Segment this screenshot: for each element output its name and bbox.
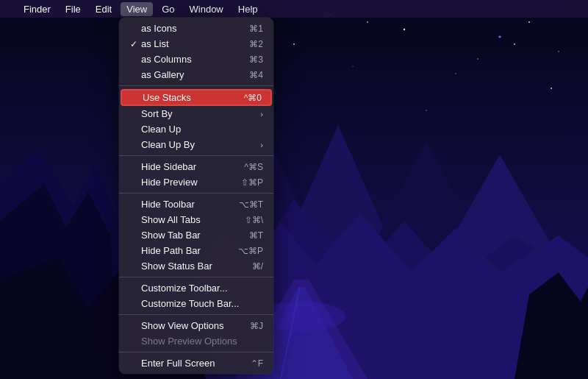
label-show-status-bar: Show Status Bar [141,261,212,272]
menu-item-as-list[interactable]: ✓ as List ⌘2 [119,36,273,52]
menu-item-hide-sidebar[interactable]: Hide Sidebar ^⌘S [119,159,273,174]
svg-point-27 [499,36,501,38]
label-hide-sidebar: Hide Sidebar [141,161,196,172]
menu-item-enter-full-screen[interactable]: Enter Full Screen ⌃F [119,355,273,371]
shortcut-hide-preview: ⇧⌘P [241,177,263,188]
menu-item-clean-up-by[interactable]: Clean Up By › [119,137,273,152]
svg-point-9 [426,110,426,110]
label-customize-touch-bar: Customize Touch Bar... [141,298,239,309]
menu-item-show-tab-bar[interactable]: Show Tab Bar ⌘T [119,227,273,243]
view-menu-item[interactable]: View [121,2,153,16]
menu-item-clean-up[interactable]: Clean Up [119,121,273,137]
separator-3 [119,193,273,194]
apple-menu-item[interactable] [6,7,15,10]
menu-item-customize-toolbar[interactable]: Customize Toolbar... [119,280,273,296]
svg-point-10 [551,88,552,89]
desktop-background [0,0,588,379]
svg-point-28 [528,21,530,23]
label-sort-by: Sort By [141,108,173,119]
shortcut-as-columns: ⌘3 [249,54,263,65]
help-menu-item[interactable]: Help [232,2,264,16]
shortcut-as-gallery: ⌘4 [249,70,263,80]
shortcut-show-status-bar: ⌘/ [252,261,263,272]
menu-item-use-stacks[interactable]: Use Stacks ^⌘0 [121,89,272,106]
arrow-sort-by: › [260,110,263,118]
go-menu-item[interactable]: Go [156,2,180,16]
label-clean-up: Clean Up [141,124,181,135]
label-show-preview-options: Show Preview Options [141,336,237,347]
label-as-list: as List [141,38,169,49]
shortcut-show-tab-bar: ⌘T [249,230,263,241]
menu-item-hide-preview[interactable]: Hide Preview ⇧⌘P [119,174,273,190]
window-menu-item[interactable]: Window [184,2,229,16]
shortcut-show-all-tabs: ⇧⌘\ [245,215,263,225]
menu-item-as-columns[interactable]: as Columns ⌘3 [119,52,273,67]
shortcut-hide-sidebar: ^⌘S [244,162,263,172]
label-hide-preview: Hide Preview [141,177,198,188]
label-as-gallery: as Gallery [141,69,184,80]
menu-item-show-preview-options[interactable]: Show Preview Options [119,333,273,349]
edit-menu-item[interactable]: Edit [90,2,118,16]
menu-item-show-status-bar[interactable]: Show Status Bar ⌘/ [119,258,273,274]
arrow-clean-up-by: › [260,141,263,149]
svg-point-4 [367,21,368,23]
finder-menu-item[interactable]: Finder [18,2,57,16]
file-menu-item[interactable]: File [60,2,87,16]
separator-4 [119,277,273,277]
shortcut-hide-path-bar: ⌥⌘P [238,246,263,256]
svg-point-3 [477,58,478,60]
label-as-icons: as Icons [141,23,176,34]
shortcut-show-view-options: ⌘J [250,321,263,331]
shortcut-use-stacks: ^⌘0 [244,93,262,103]
menu-item-as-icons[interactable]: as Icons ⌘1 [119,21,273,36]
label-show-all-tabs: Show All Tabs [141,214,201,225]
label-customize-toolbar: Customize Toolbar... [141,283,228,294]
check-as-list: ✓ [129,39,138,49]
shortcut-enter-full-screen: ⌃F [251,358,263,369]
separator-1 [119,85,273,86]
menu-item-hide-path-bar[interactable]: Hide Path Bar ⌥⌘P [119,243,273,258]
menu-item-sort-by[interactable]: Sort By › [119,106,273,121]
label-show-tab-bar: Show Tab Bar [141,230,201,241]
label-hide-toolbar: Hide Toolbar [141,199,195,210]
label-enter-full-screen: Enter Full Screen [141,358,215,369]
menubar: Finder File Edit View Go Window Help [0,0,588,18]
menu-item-show-view-options[interactable]: Show View Options ⌘J [119,318,273,333]
separator-5 [119,314,273,315]
shortcut-as-list: ⌘2 [249,39,263,49]
svg-point-7 [455,73,456,74]
svg-point-2 [404,29,405,30]
menu-item-hide-toolbar[interactable]: Hide Toolbar ⌥⌘T [119,196,273,212]
svg-point-6 [514,43,515,45]
label-use-stacks: Use Stacks [143,92,191,103]
label-clean-up-by: Clean Up By [141,139,195,150]
menu-item-customize-touch-bar[interactable]: Customize Touch Bar... [119,296,273,311]
label-hide-path-bar: Hide Path Bar [141,245,201,256]
menu-item-as-gallery[interactable]: as Gallery ⌘4 [119,67,273,82]
svg-point-29 [558,51,559,52]
menu-item-show-all-tabs[interactable]: Show All Tabs ⇧⌘\ [119,212,273,227]
label-show-view-options: Show View Options [141,320,224,331]
view-dropdown-menu: as Icons ⌘1 ✓ as List ⌘2 as Columns ⌘3 a… [119,18,273,374]
label-as-columns: as Columns [141,54,192,65]
shortcut-hide-toolbar: ⌥⌘T [239,199,263,210]
svg-point-1 [293,43,295,45]
svg-point-11 [352,65,353,66]
separator-2 [119,155,273,156]
shortcut-as-icons: ⌘1 [249,24,263,34]
separator-6 [119,352,273,353]
